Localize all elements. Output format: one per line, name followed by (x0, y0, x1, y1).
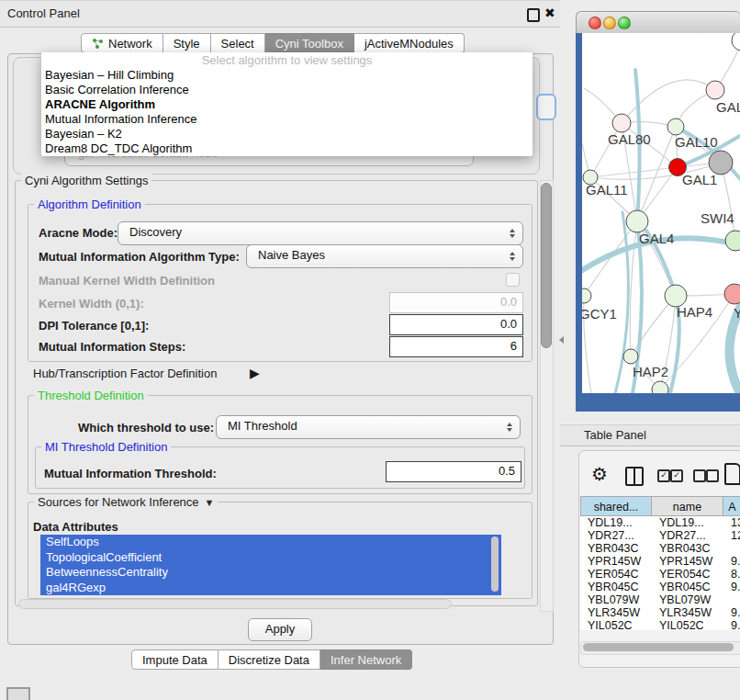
dropdown-item[interactable]: Dream8 DC_TDC Algorithm (41, 141, 533, 156)
aracne-mode-value: Discovery (129, 225, 182, 239)
collapse-down-icon[interactable]: ▼ (205, 497, 215, 508)
node-salmon[interactable] (724, 284, 740, 304)
checked-checkbox-icon[interactable]: ✓ (670, 469, 683, 482)
list-item[interactable]: TopologicalCoefficient (40, 550, 501, 566)
tab-select[interactable]: Select (211, 33, 265, 53)
vertical-scrollbar-thumb[interactable] (541, 183, 552, 348)
node[interactable] (652, 381, 668, 393)
checked-checkbox-icon[interactable]: ✓ (657, 469, 670, 482)
mi-type-label: Mutual Information Algorithm Type: (39, 250, 240, 264)
mi-type-combo[interactable]: Naive Bayes (246, 244, 523, 268)
node[interactable] (732, 33, 740, 51)
table-hscrollbar-thumb[interactable] (583, 643, 734, 651)
table-panel-title: Table Panel (584, 428, 646, 442)
node-label: GAL80 (608, 131, 651, 147)
list-item[interactable]: gal4RGexp (40, 581, 501, 596)
dropdown-item[interactable]: Mutual Information Inference (41, 112, 533, 127)
table-cell[interactable]: 9. (723, 606, 740, 619)
table-cell[interactable]: YBR045C (652, 581, 723, 593)
unchecked-checkbox-icon[interactable] (706, 469, 719, 482)
split-pane-handle-icon[interactable] (559, 336, 564, 344)
column-header-shared-name[interactable]: shared... (580, 496, 652, 516)
expand-right-icon[interactable]: ▶ (250, 366, 260, 380)
dropdown-item-selected[interactable]: ARACNE Algorithm (41, 97, 533, 112)
apply-button[interactable]: Apply (248, 618, 312, 641)
dpi-tolerance-value: 0.0 (500, 317, 517, 331)
dpi-tolerance-field[interactable]: 0.0 (389, 314, 523, 335)
close-icon[interactable]: ✖ (544, 6, 555, 20)
minimized-panel-icon[interactable] (6, 687, 30, 700)
table-cell[interactable]: YLR345W (652, 606, 723, 619)
table-cell[interactable]: YIL052C (580, 619, 652, 630)
table-cell[interactable]: YBL079W (652, 593, 723, 606)
dropdown-item[interactable]: Bayesian – Hill Climbing (41, 68, 533, 83)
table-cell[interactable]: YDL19... (580, 516, 652, 529)
table-cell[interactable]: YER054C (580, 568, 652, 581)
list-item[interactable]: SelfLoops (40, 535, 501, 550)
which-threshold-label: Which threshold to use: (78, 421, 214, 435)
table-cell[interactable]: YPR145W (580, 555, 652, 568)
table-cell[interactable]: YIL052C (652, 619, 723, 630)
table-cell[interactable] (723, 593, 740, 606)
gear-icon[interactable]: ⚙ (591, 463, 608, 485)
node-gal4[interactable] (626, 210, 648, 232)
node-gal80[interactable] (612, 114, 631, 132)
node-gal[interactable] (706, 81, 724, 99)
mi-steps-field[interactable]: 6 (389, 336, 523, 357)
node-gcy1[interactable] (582, 288, 591, 303)
node-swi4[interactable] (725, 231, 740, 251)
table-cell[interactable]: 8. (723, 568, 740, 581)
table-cell[interactable]: YER054C (652, 568, 723, 581)
table-cell[interactable]: 12 (723, 529, 740, 542)
table-cell[interactable]: YDR27... (652, 529, 723, 542)
split-columns-icon[interactable] (625, 467, 644, 486)
node-hap2[interactable] (623, 349, 638, 364)
tab-impute-data[interactable]: Impute Data (131, 649, 219, 670)
manual-kernel-checkbox[interactable] (506, 273, 520, 287)
node-label: HAP4 (677, 304, 712, 320)
which-threshold-combo[interactable]: MI Threshold (216, 415, 521, 439)
float-icon[interactable] (527, 8, 540, 22)
unchecked-checkbox-icon[interactable] (693, 469, 706, 482)
tab-cyni-toolbox[interactable]: Cyni Toolbox (265, 33, 354, 53)
data-attributes-list[interactable]: SelfLoops TopologicalCoefficient Between… (40, 535, 501, 595)
network-window-titlebar[interactable] (576, 11, 740, 35)
tab-jactivemnodules[interactable]: jActiveMNodules (354, 33, 465, 53)
table-cell[interactable] (723, 542, 740, 555)
list-item[interactable]: BetweennessCentrality (40, 565, 501, 581)
mi-threshold-field[interactable]: 0.5 (386, 461, 521, 482)
network-canvas[interactable]: GAL GAL80 GAL10 GAL1 GAL11 GAL4 SWI4 GCY… (582, 33, 740, 393)
control-panel-tabbar: Network Style Select Cyni Toolbox jActiv… (81, 33, 465, 53)
table-cell[interactable]: YDL19... (652, 516, 723, 529)
table-cell[interactable]: YDR27... (580, 529, 652, 542)
tab-infer-network[interactable]: Infer Network (320, 649, 412, 670)
table-cell[interactable]: YPR145W (652, 555, 723, 568)
minimize-traffic-light-icon[interactable] (603, 17, 616, 29)
tab-discretize-data[interactable]: Discretize Data (219, 649, 320, 670)
table-cell[interactable]: YBL079W (580, 593, 652, 606)
tab-style[interactable]: Style (163, 33, 211, 53)
table-cell[interactable]: YLR345W (580, 606, 652, 619)
table-cell[interactable]: 9. (723, 555, 740, 568)
aracne-mode-combo[interactable]: Discovery (118, 221, 523, 245)
column-header-name[interactable]: name (652, 496, 723, 516)
dropdown-prompt: Select algorithm to view settings (41, 52, 533, 68)
table-cell[interactable]: 13 (723, 516, 740, 529)
algorithm-combo-spinner[interactable] (536, 94, 556, 120)
table-cell[interactable]: YBR043C (652, 542, 723, 555)
list-scrollbar-thumb[interactable] (491, 536, 499, 592)
node-gal10[interactable] (667, 119, 684, 135)
table-cell[interactable]: YBR043C (580, 542, 652, 555)
column-header-partial[interactable]: A (723, 496, 740, 516)
horizontal-scrollbar-track[interactable] (18, 599, 452, 609)
page-icon[interactable] (724, 463, 740, 485)
table-cell[interactable]: 9. (723, 581, 740, 593)
table-cell[interactable]: 9. (723, 619, 740, 630)
table-cell[interactable]: YBR045C (580, 581, 652, 593)
dropdown-item[interactable]: Bayesian – K2 (41, 127, 533, 141)
kernel-width-field[interactable]: 0.0 (389, 292, 523, 313)
dropdown-item[interactable]: Basic Correlation Inference (41, 83, 533, 97)
maximize-traffic-light-icon[interactable] (618, 17, 631, 29)
tab-network[interactable]: Network (81, 33, 163, 53)
close-traffic-light-icon[interactable] (589, 17, 601, 29)
